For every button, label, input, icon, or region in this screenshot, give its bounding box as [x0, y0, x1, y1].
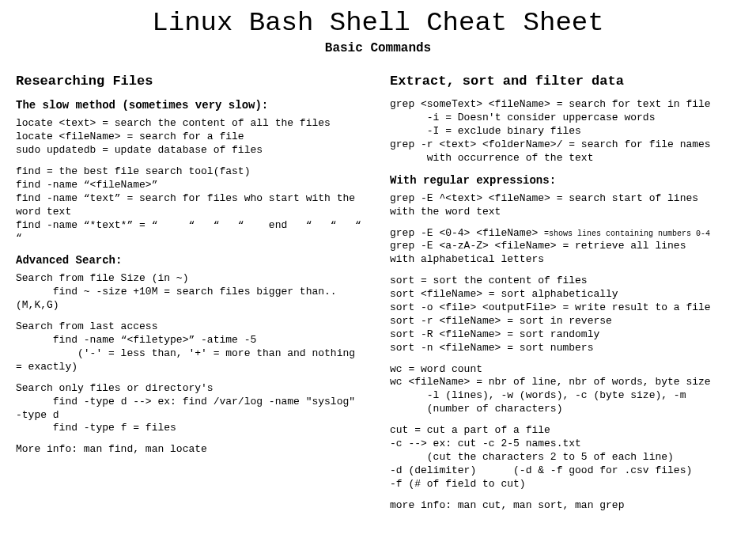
left-sub1: The slow method (sometimes very slow): [16, 98, 366, 112]
content-columns: Researching Files The slow method (somet… [16, 70, 740, 520]
right-block3: sort = sort the content of files sort <f… [390, 275, 740, 354]
right-block1: grep <someText> <fileName> = search for … [390, 98, 740, 165]
right-block2c: grep -E <a-zA-Z> <fileName> = retrieve a… [390, 240, 740, 267]
right-block6: more info: man cut, man sort, man grep [390, 499, 740, 513]
right-block2b-prefix: grep -E <0-4> <fileName> [390, 227, 544, 239]
right-block2b: grep -E <0-4> <fileName> =shows lines co… [390, 227, 740, 241]
left-heading: Researching Files [16, 73, 366, 90]
left-column: Researching Files The slow method (somet… [16, 70, 366, 520]
right-block5: cut = cut a part of a file -c --> ex: cu… [390, 424, 740, 491]
left-block6: More info: man find, man locate [16, 443, 366, 457]
page-title: Linux Bash Shell Cheat Sheet [16, 8, 740, 38]
right-block2a: grep -E ^<text> <fileName> = search star… [390, 192, 740, 219]
right-sub1: With regular expressions: [390, 173, 740, 188]
left-sub2: Advanced Search: [16, 253, 366, 267]
page-subtitle: Basic Commands [16, 41, 740, 55]
left-block3: Search from file Size (in ~) find ~ -siz… [16, 272, 366, 313]
right-block4: wc = word count wc <fileName> = nbr of l… [390, 363, 740, 417]
right-heading: Extract, sort and filter data [390, 73, 740, 90]
right-block2b-small: =shows lines containing numbers 0-4 [544, 229, 710, 238]
left-block2: find = the best file search tool(fast) f… [16, 165, 366, 245]
left-block4: Search from last access find -name “<fil… [16, 320, 366, 374]
left-block1: locate <text> = search the content of al… [16, 117, 366, 157]
left-block5: Search only files or directory's find -t… [16, 382, 366, 436]
right-column: Extract, sort and filter data grep <some… [390, 70, 740, 520]
